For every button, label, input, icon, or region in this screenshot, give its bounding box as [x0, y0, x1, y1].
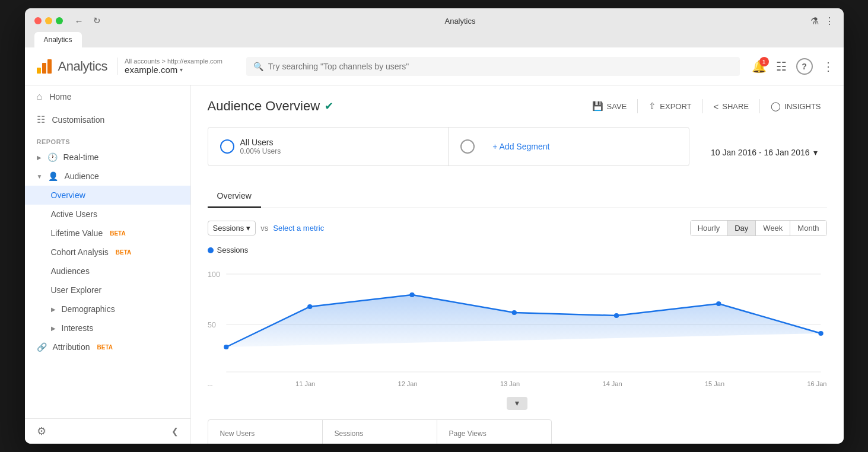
stat-new-users: New Users 374: [208, 420, 323, 444]
metric-chevron-icon: ▾: [246, 224, 250, 233]
stat-sessions-label: Sessions: [335, 429, 425, 438]
sidebar-item-demographics[interactable]: ▶ Demographics: [25, 300, 190, 319]
logo-icon: [34, 57, 53, 76]
customisation-icon: ☷: [37, 114, 45, 125]
account-chevron-icon: ▾: [180, 66, 183, 73]
app-name: Analytics: [58, 59, 108, 74]
segment-bar: All Users 0.00% Users + Add Segment: [208, 127, 689, 166]
stat-new-users-value: 374: [220, 440, 310, 444]
account-breadcrumb: All accounts > http://example.com: [125, 58, 222, 65]
apps-grid-button[interactable]: ☷: [776, 59, 787, 74]
chart-wrapper: 100 50: [208, 259, 827, 387]
x-label-4: 14 Jan: [603, 380, 622, 387]
add-segment-label: + Add Segment: [481, 135, 561, 158]
sidebar-item-overview[interactable]: Overview: [25, 186, 190, 205]
chart-legend: Sessions: [208, 246, 827, 254]
time-btn-month[interactable]: Month: [790, 221, 826, 235]
extensions-button[interactable]: ⚗: [810, 15, 819, 27]
x-label-6: 16 Jan: [807, 380, 826, 387]
stat-page-views: Page Views 685: [437, 420, 551, 444]
stats-row: New Users 374 Sessions 413: [208, 419, 552, 444]
chart-point: [307, 304, 312, 309]
sidebar-demographics-label: Demographics: [62, 304, 115, 314]
search-icon: 🔍: [253, 62, 263, 71]
page-title: Audience Overview: [208, 98, 320, 114]
sidebar-item-attribution[interactable]: 🔗 Attribution BETA: [25, 338, 190, 356]
realtime-icon: 🕐: [47, 152, 58, 162]
sidebar-item-realtime[interactable]: ▶ 🕐 Real-time: [25, 148, 190, 167]
sidebar-audiences-label: Audiences: [51, 266, 90, 276]
time-btn-day[interactable]: Day: [727, 221, 756, 235]
scroll-button[interactable]: ▼: [507, 397, 528, 410]
export-button[interactable]: ⇧ EXPORT: [643, 97, 697, 115]
browser-menu-button[interactable]: ⋮: [825, 15, 834, 27]
action-divider-2: [702, 99, 703, 113]
stat-page-views-value: 685: [449, 440, 539, 444]
sidebar-item-active-users[interactable]: Active Users: [25, 205, 190, 224]
account-selector[interactable]: example.com ▾: [125, 65, 222, 75]
chart-area-fill: [226, 295, 821, 347]
fullscreen-button[interactable]: [56, 17, 63, 24]
demographics-expand-icon: ▶: [51, 306, 56, 313]
sidebar-item-audiences[interactable]: Audiences: [25, 262, 190, 281]
insights-button[interactable]: ◯ INSIGHTS: [765, 97, 826, 115]
browser-tab[interactable]: Analytics: [34, 32, 82, 47]
time-btn-hourly[interactable]: Hourly: [691, 221, 728, 235]
date-range-chevron-icon: ▾: [813, 148, 818, 157]
account-name-label: example.com: [125, 65, 177, 75]
settings-icon[interactable]: ⚙: [37, 425, 46, 438]
legend-label: Sessions: [217, 246, 249, 254]
sidebar-item-cohort-analysis[interactable]: Cohort Analysis BETA: [25, 243, 190, 262]
sidebar-item-customisation[interactable]: ☷ Customisation: [25, 108, 190, 131]
date-range-button[interactable]: 10 Jan 2016 - 16 Jan 2016 ▾: [701, 148, 827, 157]
metric-dropdown[interactable]: Sessions ▾: [208, 221, 256, 235]
collapse-sidebar-button[interactable]: ❮: [171, 426, 179, 436]
add-segment-item[interactable]: + Add Segment: [449, 128, 689, 165]
lifetime-value-beta-badge: BETA: [110, 230, 125, 237]
time-btn-week[interactable]: Week: [756, 221, 790, 235]
sidebar-item-home[interactable]: ⌂ Home: [25, 85, 190, 108]
x-label-1: 11 Jan: [295, 380, 315, 387]
refresh-button[interactable]: ↻: [91, 14, 103, 27]
search-input[interactable]: [268, 62, 733, 71]
cohort-beta-badge: BETA: [116, 249, 131, 256]
sidebar-overview-label: Overview: [51, 190, 85, 200]
sidebar-item-lifetime-value[interactable]: Lifetime Value BETA: [25, 224, 190, 243]
close-button[interactable]: [34, 17, 42, 24]
share-icon: <: [714, 101, 719, 112]
x-label-0: ...: [208, 380, 213, 387]
sidebar-item-user-explorer[interactable]: User Explorer: [25, 281, 190, 300]
time-period-selector: Hourly Day Week Month: [690, 220, 827, 236]
notifications-button[interactable]: 🔔 1: [752, 59, 767, 74]
share-label: SHARE: [722, 102, 749, 111]
search-bar[interactable]: 🔍: [246, 57, 740, 76]
chart-point: [224, 345, 228, 349]
select-metric-link[interactable]: Select a metric: [273, 224, 324, 233]
sidebar-item-interests[interactable]: ▶ Interests: [25, 319, 190, 338]
chart-point: [409, 292, 414, 297]
share-button[interactable]: < SHARE: [708, 98, 755, 115]
chart-point: [818, 331, 823, 336]
x-label-2: 12 Jan: [398, 380, 418, 387]
sidebar-interests-label: Interests: [62, 323, 94, 333]
back-button[interactable]: ←: [72, 14, 86, 27]
no-data-message: There is no data for this view.: [564, 419, 827, 444]
chart-controls: Sessions ▾ vs Select a metric Hourly Day…: [208, 220, 827, 236]
legend-dot: [208, 247, 214, 253]
segment-pct: 0.00% Users: [240, 147, 281, 155]
stat-sessions-value: 413: [335, 440, 425, 444]
all-users-segment[interactable]: All Users 0.00% Users: [208, 128, 449, 165]
sidebar-home-label: Home: [49, 92, 71, 101]
stat-new-users-label: New Users: [220, 429, 310, 438]
chart-point: [511, 310, 516, 315]
page-header: Audience Overview ✔ 💾 SAVE ⇧ EXPORT: [208, 97, 827, 115]
tab-overview[interactable]: Overview: [208, 185, 261, 208]
attribution-beta-badge: BETA: [97, 344, 113, 351]
sidebar-item-audience[interactable]: ▼ 👤 Audience: [25, 167, 190, 186]
help-button[interactable]: ?: [796, 58, 813, 75]
save-button[interactable]: 💾 SAVE: [586, 97, 633, 115]
more-options-button[interactable]: ⋮: [822, 59, 834, 74]
sidebar-cohort-label: Cohort Analysis: [51, 247, 109, 257]
sidebar-lifetime-value-label: Lifetime Value: [51, 228, 103, 238]
minimize-button[interactable]: [45, 17, 52, 24]
